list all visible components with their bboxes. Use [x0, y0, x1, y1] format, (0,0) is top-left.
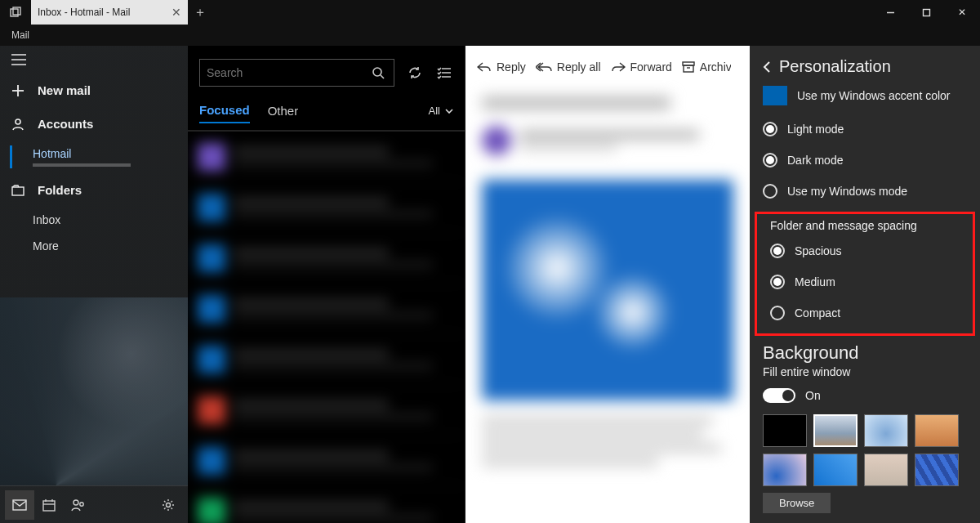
- message-row[interactable]: [188, 436, 465, 486]
- radio-icon: [770, 275, 785, 289]
- spacing-label: Folder and message spacing: [757, 214, 973, 235]
- reply-all-icon: [536, 62, 552, 72]
- radio-icon: [770, 244, 785, 258]
- account-name: Hotmail: [33, 147, 71, 160]
- browse-button[interactable]: Browse: [763, 493, 831, 513]
- svg-point-9: [16, 119, 20, 124]
- svg-rect-12: [43, 501, 55, 511]
- spacing-medium[interactable]: Medium: [757, 266, 973, 297]
- preview-pane: Reply Reply all Forward Archive: [466, 46, 750, 523]
- spacing-compact[interactable]: Compact: [757, 297, 973, 329]
- background-thumbnails: [750, 409, 980, 491]
- radio-selected-icon: [770, 306, 785, 320]
- accounts-header[interactable]: Accounts: [0, 107, 188, 141]
- forward-button[interactable]: Forward: [611, 60, 672, 74]
- bg-thumb-0[interactable]: [763, 414, 807, 447]
- search-icon[interactable]: [369, 66, 387, 79]
- tab-focused[interactable]: Focused: [199, 98, 250, 123]
- folder-inbox[interactable]: Inbox: [0, 207, 188, 233]
- message-row[interactable]: [188, 233, 465, 284]
- background-heading: Background: [750, 337, 980, 365]
- account-email-placeholder: [33, 163, 131, 167]
- spacing-highlight: Folder and message spacing Spacious Medi…: [755, 212, 975, 336]
- reply-button[interactable]: Reply: [477, 60, 526, 74]
- message-list-blurred: [188, 132, 465, 523]
- bg-thumb-2[interactable]: [864, 414, 908, 447]
- settings-icon[interactable]: [154, 490, 183, 520]
- close-tab-icon[interactable]: ✕: [172, 6, 181, 19]
- mail-icon[interactable]: [5, 490, 34, 520]
- back-icon[interactable]: [763, 61, 771, 73]
- minimize-button[interactable]: [872, 0, 908, 25]
- hamburger-button[interactable]: [0, 46, 188, 74]
- preview-content-blurred: [466, 80, 750, 523]
- message-row[interactable]: [188, 284, 465, 334]
- bg-thumb-7[interactable]: [915, 454, 959, 486]
- svg-point-16: [74, 500, 78, 505]
- archive-button[interactable]: Archive: [682, 60, 731, 74]
- fill-window-toggle[interactable]: [763, 388, 795, 403]
- accounts-label: Accounts: [38, 117, 93, 131]
- search-input[interactable]: [207, 66, 369, 79]
- archive-icon: [682, 61, 695, 73]
- new-mail-button[interactable]: New mail: [0, 74, 188, 107]
- svg-point-17: [80, 502, 83, 505]
- folders-label: Folders: [38, 183, 82, 197]
- tab-title: Inbox - Hotmail - Mail: [38, 7, 130, 18]
- fill-window-label: Fill entire window: [750, 365, 980, 382]
- message-row[interactable]: [188, 132, 465, 182]
- select-mode-icon[interactable]: [435, 66, 453, 79]
- reply-all-button[interactable]: Reply all: [536, 60, 601, 74]
- message-row[interactable]: [188, 486, 465, 523]
- message-row[interactable]: [188, 182, 465, 233]
- title-bar: Inbox - Hotmail - Mail ✕ ＋ ✕: [0, 0, 980, 25]
- sync-icon[interactable]: [406, 65, 424, 80]
- accent-swatch: [763, 86, 787, 105]
- folder-more[interactable]: More: [0, 233, 188, 259]
- svg-point-19: [373, 68, 381, 76]
- svg-rect-10: [12, 187, 24, 195]
- personalization-panel: Personalization Use my Windows accent co…: [750, 46, 980, 523]
- reply-icon: [477, 62, 492, 72]
- radio-icon: [763, 153, 777, 168]
- bg-thumb-6[interactable]: [864, 454, 908, 486]
- person-icon: [11, 118, 24, 131]
- bg-thumb-1[interactable]: [813, 414, 858, 447]
- forward-icon: [611, 62, 626, 72]
- window-tab[interactable]: Inbox - Hotmail - Mail ✕: [31, 0, 188, 25]
- multitask-icon[interactable]: [0, 7, 31, 18]
- new-mail-label: New mail: [38, 83, 91, 97]
- panel-title: Personalization: [779, 57, 891, 76]
- mode-light[interactable]: Light mode: [750, 114, 980, 145]
- bg-thumb-4[interactable]: [763, 454, 807, 486]
- bg-thumb-3[interactable]: [915, 414, 959, 447]
- svg-point-18: [167, 503, 171, 507]
- close-window-button[interactable]: ✕: [944, 0, 980, 25]
- add-tab-button[interactable]: ＋: [188, 0, 212, 25]
- svg-rect-11: [13, 500, 26, 510]
- message-list-pane: Focused Other All: [188, 46, 466, 523]
- people-icon[interactable]: [64, 490, 93, 520]
- maximize-button[interactable]: [908, 0, 944, 25]
- spacing-spacious[interactable]: Spacious: [757, 235, 973, 266]
- calendar-icon[interactable]: [34, 490, 64, 520]
- search-box[interactable]: [199, 59, 394, 87]
- svg-rect-3: [923, 9, 929, 16]
- folder-icon: [11, 185, 24, 196]
- accent-color-option[interactable]: Use my Windows accent color: [750, 81, 980, 114]
- plus-icon: [11, 84, 24, 97]
- mode-dark[interactable]: Dark mode: [750, 145, 980, 176]
- filter-dropdown[interactable]: All: [429, 105, 453, 117]
- account-hotmail[interactable]: Hotmail: [0, 141, 188, 173]
- message-row[interactable]: [188, 385, 465, 436]
- sidebar: New mail Accounts Hotmail Folders Inbox: [0, 46, 188, 523]
- mode-windows[interactable]: Use my Windows mode: [750, 176, 980, 207]
- tab-other[interactable]: Other: [268, 99, 299, 123]
- bg-thumb-5[interactable]: [813, 454, 858, 486]
- message-row[interactable]: [188, 334, 465, 385]
- radio-icon: [763, 122, 777, 136]
- folders-header[interactable]: Folders: [0, 173, 188, 207]
- chevron-down-icon: [445, 109, 453, 114]
- svg-rect-22: [684, 65, 693, 72]
- app-label: Mail: [0, 29, 188, 41]
